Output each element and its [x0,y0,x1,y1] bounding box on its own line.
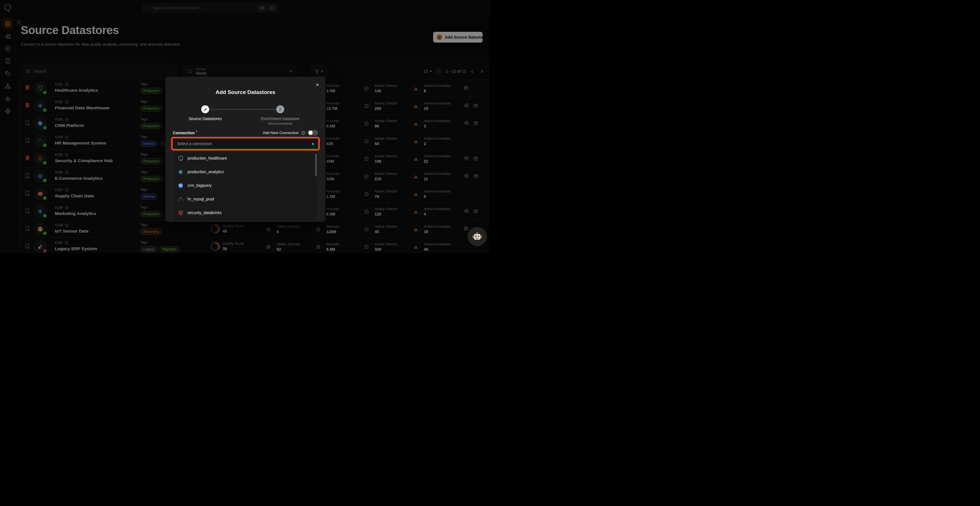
connection-option-label: production_analytics [188,170,224,174]
connection-option-label: crm_bigquery [188,183,212,188]
mysql-icon [178,196,184,202]
connection-label: Connection [173,131,197,135]
modal-title: Add Source Datastores [165,89,325,95]
connection-option[interactable]: production_analytics [173,165,318,179]
add-new-connection-toggle[interactable] [308,130,318,135]
app-root: Q >_ ⌘ K JA Source Datastores Connect to [0,0,490,253]
add-source-datastores-modal: ✕ Add Source Datastores 2 Source Datasto… [165,77,325,222]
step-2-indicator: 2 [276,105,284,113]
connection-option[interactable]: production_healthcare [173,151,318,165]
bigquery-icon [178,182,184,189]
dropdown-scrollbar[interactable] [315,154,317,176]
snowflake-icon [178,169,184,175]
postgresql-icon [178,155,184,161]
stepper-line [209,109,276,109]
add-new-connection-label: Add New Connection [262,131,299,135]
chevron-up-icon [312,143,314,144]
connection-select[interactable] [173,138,318,149]
step-1-label: Source Datastores [174,116,237,121]
connection-option[interactable]: crm_bigquery [173,179,318,192]
step-2-label: Enrichment Datastore(Recommended) [249,116,312,125]
toggle-knob [309,131,313,135]
connection-dropdown: production_healthcareproduction_analytic… [173,151,318,222]
connection-option[interactable]: hr_mysql_prod [173,192,318,206]
connection-select-input[interactable] [177,141,312,146]
info-icon[interactable] [301,131,305,135]
required-dot [196,131,197,132]
pencil-icon [204,108,207,111]
connection-option[interactable]: security_databricks [173,206,318,219]
connection-option-label: security_databricks [188,210,222,215]
connection-option-label: hr_mysql_prod [188,197,214,201]
close-icon[interactable]: ✕ [315,82,319,87]
step-2-sublabel: (Recommended) [249,122,312,125]
step-1-indicator [201,105,209,113]
robot-mascot-icon [471,230,484,243]
databricks-icon [178,210,184,216]
connection-option-label: production_healthcare [188,156,227,160]
assistant-robot-button[interactable] [468,227,487,246]
